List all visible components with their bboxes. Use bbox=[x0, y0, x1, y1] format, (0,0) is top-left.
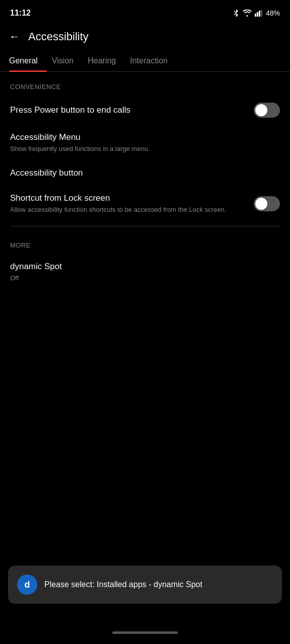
setting-dynamic-spot[interactable]: dynamic Spot Off bbox=[0, 254, 290, 290]
setting-accessibility-menu-title: Accessibility Menu bbox=[10, 132, 274, 143]
signal-icon bbox=[255, 10, 263, 17]
toggle-press-power[interactable] bbox=[254, 103, 280, 118]
setting-dynamic-spot-desc: Off bbox=[10, 274, 274, 283]
status-bar: 11:12 48% bbox=[0, 0, 290, 25]
setting-accessibility-button[interactable]: Accessibility button bbox=[0, 160, 290, 186]
setting-press-power[interactable]: Press Power button to end calls bbox=[0, 96, 290, 125]
gesture-bar bbox=[112, 631, 178, 634]
setting-accessibility-button-title: Accessibility button bbox=[10, 168, 274, 179]
setting-accessibility-menu[interactable]: Accessibility Menu Show frequently used … bbox=[0, 125, 290, 160]
svg-line-0 bbox=[234, 11, 236, 13]
bottom-notification[interactable]: d Please select: Installed apps - dynami… bbox=[8, 566, 282, 604]
section-label-convenience: CONVENIENCE bbox=[0, 72, 290, 96]
setting-shortcut-lock-title: Shortcut from Lock screen bbox=[10, 193, 248, 204]
status-icons: 48% bbox=[233, 9, 280, 18]
header: ← Accessibility bbox=[0, 25, 290, 51]
toggle-shortcut-lock[interactable] bbox=[254, 196, 280, 211]
svg-line-1 bbox=[234, 13, 236, 15]
svg-rect-5 bbox=[261, 10, 262, 17]
setting-dynamic-spot-title: dynamic Spot bbox=[10, 261, 274, 272]
svg-rect-3 bbox=[257, 12, 258, 17]
notif-text: Please select: Installed apps - dynamic … bbox=[44, 579, 202, 590]
status-time: 11:12 bbox=[10, 9, 31, 18]
setting-press-power-title: Press Power button to end calls bbox=[10, 105, 248, 116]
battery-percent: 48% bbox=[266, 9, 280, 17]
wifi-icon bbox=[243, 10, 252, 17]
svg-rect-2 bbox=[255, 14, 256, 17]
tab-vision[interactable]: Vision bbox=[52, 51, 83, 71]
page-title: Accessibility bbox=[28, 30, 89, 43]
tab-hearing[interactable]: Hearing bbox=[88, 51, 125, 71]
setting-shortcut-lock[interactable]: Shortcut from Lock screen Allow accessib… bbox=[0, 186, 290, 221]
setting-accessibility-menu-desc: Show frequently used functions in a larg… bbox=[10, 144, 274, 153]
svg-rect-4 bbox=[259, 11, 260, 17]
back-button[interactable]: ← bbox=[9, 30, 20, 43]
setting-shortcut-lock-desc: Allow accessibility function shortcuts t… bbox=[10, 205, 248, 214]
section-label-more: MORE bbox=[0, 230, 290, 254]
tab-interaction[interactable]: Interaction bbox=[130, 51, 177, 71]
bluetooth-icon bbox=[233, 9, 240, 18]
notif-app-icon: d bbox=[17, 575, 37, 595]
tabs-bar: General Vision Hearing Interaction bbox=[0, 51, 290, 72]
section-divider bbox=[10, 226, 280, 226]
tab-general[interactable]: General bbox=[9, 51, 47, 71]
